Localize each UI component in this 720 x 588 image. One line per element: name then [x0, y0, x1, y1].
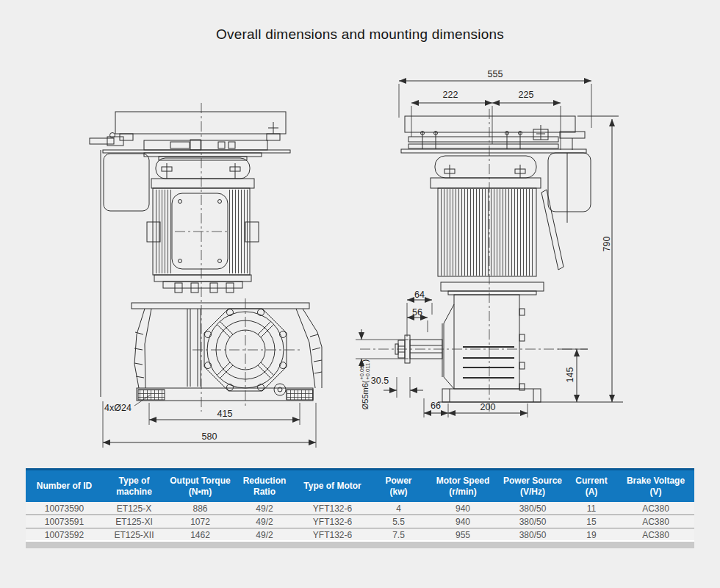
dim-225-label: 225 [519, 90, 534, 100]
table-cell: YFT132-6 [294, 528, 371, 542]
table-row: 10073592 ET125-XII 1462 49/2 YFT132-6 7.… [26, 528, 694, 542]
column-header-type-of-machine: Type of machine [103, 470, 165, 503]
table-cell: 7.5 [371, 528, 426, 542]
column-header-power: Power (kw) [371, 470, 426, 503]
table-cell: AC380 [617, 515, 694, 528]
dim-bolt-holes-label: 4xØ24 [104, 403, 132, 413]
column-header-output-torque: Output Torque (N•m) [165, 470, 235, 503]
column-header-number-of-id: Number of ID [26, 470, 103, 503]
table-cell: 380/50 [500, 528, 566, 542]
table-cell: ET125-XII [103, 528, 165, 542]
table-cell: YFT132-6 [294, 515, 371, 528]
dim-64-label: 64 [414, 290, 425, 300]
dim-555-label: 555 [488, 69, 503, 79]
table-cell: 11 [566, 502, 617, 515]
page: Overall dimensions and mounting dimensio… [0, 0, 720, 588]
dim-415-label: 415 [217, 409, 233, 419]
table-footer-bar [26, 540, 694, 548]
dim-222-label: 222 [443, 90, 458, 100]
table-cell: AC380 [617, 528, 694, 542]
table-cell: YFT132-6 [294, 502, 371, 515]
dim-56-label: 56 [412, 307, 422, 318]
dim-shaft-diameter-label: Ø55m6(+0.030+0.011) [359, 359, 371, 410]
header-row: Number of ID Type of machine Output Torq… [26, 470, 694, 503]
table-cell: 49/2 [235, 515, 294, 528]
dim-30p5-label: 30.5 [371, 376, 389, 386]
table-cell: 19 [566, 528, 617, 542]
table-cell: ET125-XI [103, 515, 165, 528]
column-header-motor-speed: Motor Speed (r/min) [426, 470, 500, 503]
table-row: 10073591 ET125-XI 1072 49/2 YFT132-6 5.5… [26, 515, 694, 528]
table-cell: 940 [426, 515, 500, 528]
dim-580-label: 580 [202, 431, 217, 442]
column-header-current: Current (A) [566, 470, 617, 503]
table-cell: 49/2 [235, 502, 294, 515]
table-cell: 940 [426, 502, 500, 515]
table-cell: 886 [165, 502, 235, 515]
table-cell: 955 [426, 528, 500, 542]
table-cell: 10073590 [26, 502, 103, 515]
column-header-brake-voltage: Brake Voltage (V) [617, 470, 694, 503]
table-cell: AC380 [617, 502, 694, 515]
table-cell: 10073591 [26, 515, 103, 528]
side-view-drawing [356, 81, 623, 417]
table-cell: ET125-X [103, 502, 165, 515]
dim-790-label: 790 [602, 237, 612, 252]
table-cell: 10073592 [26, 528, 103, 542]
spec-table: Number of ID Type of machine Output Torq… [26, 468, 694, 542]
table-cell: 15 [566, 515, 617, 528]
table-cell: 5.5 [371, 515, 426, 528]
dim-66-label: 66 [431, 401, 441, 411]
table-cell: 1462 [165, 528, 235, 542]
table-cell: 380/50 [500, 515, 566, 528]
paren-open: ( [361, 381, 370, 384]
dim-200-label: 200 [480, 402, 496, 412]
table-cell: 4 [371, 502, 426, 515]
shaft-dia-text: Ø55m6 [361, 383, 370, 409]
paren-close: ) [361, 359, 370, 362]
column-header-reduction-ratio: Reduction Ratio [235, 470, 294, 503]
column-header-type-of-motor: Type of Motor [294, 470, 371, 503]
shaft-tol-lower: +0.011 [365, 362, 371, 379]
table-cell: 380/50 [500, 502, 566, 515]
table-cell: 1072 [165, 515, 235, 528]
column-header-power-source: Power Source (V/Hz) [500, 470, 566, 503]
table-row: 10073590 ET125-X 886 49/2 YFT132-6 4 940… [26, 502, 694, 515]
table-cell: 49/2 [235, 528, 294, 542]
front-view-drawing [90, 103, 322, 448]
dim-145-label: 145 [565, 368, 575, 383]
